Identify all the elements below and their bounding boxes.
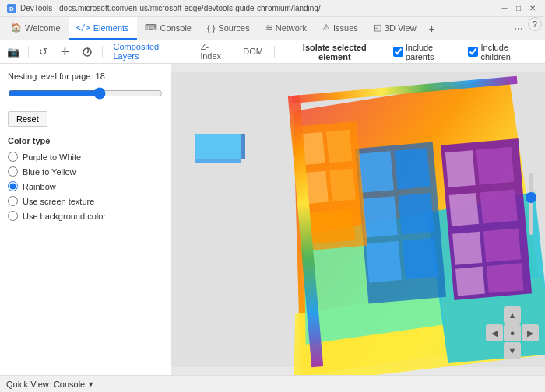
svg-rect-22	[394, 148, 430, 189]
help-button[interactable]: ?	[528, 17, 542, 31]
nav-arrow-empty-3	[486, 342, 503, 359]
tab-console[interactable]: ⌨ Console	[137, 17, 199, 40]
tab-console-label: Console	[160, 23, 192, 33]
radio-rainbow[interactable]: Rainbow	[8, 181, 163, 191]
radio-purple-white-input[interactable]	[8, 152, 18, 162]
pan-icon[interactable]: ✛	[57, 44, 74, 61]
devtools-icon: D	[6, 3, 17, 14]
include-children-label[interactable]: Include children	[468, 43, 540, 61]
color-type-title: Color type	[8, 136, 163, 145]
svg-rect-15	[480, 190, 518, 224]
add-tab-button[interactable]: +	[424, 17, 440, 40]
include-children-checkbox[interactable]	[468, 47, 478, 57]
console-icon: ⌨	[145, 23, 157, 33]
issues-icon: ⚠	[322, 23, 330, 33]
3d-view-panel[interactable]: ▲ ◀ ● ▶ ▼	[171, 64, 545, 375]
nav-arrow-empty-4	[522, 342, 539, 359]
nav-arrow-empty-2	[522, 306, 539, 324]
svg-rect-31	[329, 169, 355, 201]
svg-rect-21	[358, 151, 394, 192]
tab-issues[interactable]: ⚠ Issues	[315, 17, 366, 40]
reset-button[interactable]: Reset	[8, 111, 47, 127]
tab-3dview[interactable]: ◱ 3D View	[366, 17, 424, 40]
svg-rect-26	[403, 238, 438, 279]
tab-welcome-label: Welcome	[25, 23, 61, 33]
quickview-label[interactable]: Quick View: Console ▼	[6, 380, 94, 389]
close-button[interactable]: ✕	[526, 2, 539, 15]
toolbar: 📷 ↺ ✛ Composited Layers Z-index DOM Isol…	[0, 40, 545, 64]
quickview-arrow-icon: ▼	[87, 380, 94, 388]
screenshot-icon[interactable]: 📷	[5, 44, 22, 61]
svg-text:D: D	[9, 5, 14, 12]
tab-network[interactable]: ≋ Network	[258, 17, 315, 40]
toolbar-tab-dom[interactable]: DOM	[238, 44, 268, 61]
radio-blue-yellow-input[interactable]	[8, 166, 18, 177]
include-parents-checkbox[interactable]	[393, 47, 403, 57]
tab-network-label: Network	[276, 23, 307, 33]
titlebar-controls: ─ □ ✕	[498, 2, 539, 15]
left-panel: Nesting level for page: 18 Reset Color t…	[0, 64, 171, 375]
toolbar-divider-2	[102, 46, 103, 58]
svg-rect-23	[362, 196, 398, 237]
nav-arrow-down[interactable]: ▼	[504, 342, 521, 359]
tab-welcome[interactable]: 🏠 Welcome	[3, 17, 69, 40]
titlebar-left: D DevTools - docs.microsoft.com/en-us/mi…	[6, 3, 321, 14]
radio-background-color-input[interactable]	[8, 211, 18, 221]
radio-blue-yellow[interactable]: Blue to Yellow	[8, 166, 163, 177]
svg-rect-25	[366, 241, 402, 282]
radio-screen-texture-input[interactable]	[8, 196, 18, 206]
vertical-slider-container	[529, 173, 533, 266]
svg-rect-5	[195, 159, 241, 163]
svg-rect-6	[241, 134, 245, 159]
svg-rect-13	[476, 147, 515, 185]
nav-arrow-left[interactable]: ◀	[486, 324, 503, 341]
tab-elements[interactable]: </> Elements	[69, 17, 137, 40]
network-icon: ≋	[265, 23, 272, 33]
radio-rainbow-input[interactable]	[8, 181, 18, 191]
sources-icon: { }	[207, 23, 215, 33]
nav-arrow-center[interactable]: ●	[504, 324, 521, 341]
nesting-level-label: Nesting level for page: 18	[8, 72, 163, 81]
svg-rect-18	[455, 267, 485, 296]
bottombar: Quick View: Console ▼	[0, 375, 545, 392]
svg-rect-17	[483, 228, 521, 262]
radio-screen-texture[interactable]: Use screen texture	[8, 196, 163, 206]
svg-rect-32	[306, 209, 355, 244]
radio-background-color[interactable]: Use background color	[8, 211, 163, 221]
toolbar-divider-3	[274, 46, 275, 58]
nav-arrows: ▲ ◀ ● ▶ ▼	[486, 306, 539, 359]
tab-sources-label: Sources	[218, 23, 249, 33]
tab-3dview-label: 3D View	[385, 23, 417, 33]
nav-arrow-up[interactable]: ▲	[504, 306, 521, 324]
svg-rect-24	[398, 193, 434, 234]
color-type-group: Purple to White Blue to Yellow Rainbow U…	[8, 152, 163, 221]
nav-arrow-right[interactable]: ▶	[522, 324, 539, 341]
titlebar: D DevTools - docs.microsoft.com/en-us/mi…	[0, 0, 545, 17]
viz-container: ▲ ◀ ● ▶ ▼	[171, 64, 545, 375]
rotate-icon[interactable]	[79, 44, 96, 61]
main-content: Nesting level for page: 18 Reset Color t…	[0, 64, 545, 375]
include-parents-label[interactable]: Include parents	[393, 43, 464, 61]
svg-rect-19	[487, 263, 524, 293]
elements-icon: </>	[76, 23, 90, 32]
more-tabs-button[interactable]: ⋯	[509, 17, 528, 40]
vertical-slider-thumb[interactable]	[526, 192, 536, 203]
minimize-button[interactable]: ─	[498, 2, 511, 15]
nav-arrow-empty-1	[486, 306, 503, 324]
3dview-icon: ◱	[374, 23, 382, 33]
svg-rect-14	[449, 193, 479, 226]
toolbar-tab-composited[interactable]: Composited Layers	[109, 39, 192, 65]
vertical-slider-track	[529, 173, 533, 235]
maximize-button[interactable]: □	[512, 2, 525, 15]
toolbar-tab-zindex[interactable]: Z-index	[196, 39, 234, 65]
radio-purple-white[interactable]: Purple to White	[8, 152, 163, 162]
tab-issues-label: Issues	[333, 23, 358, 33]
refresh-icon[interactable]: ↺	[35, 44, 52, 61]
nesting-slider[interactable]	[8, 87, 163, 100]
tab-sources[interactable]: { } Sources	[199, 17, 258, 40]
svg-rect-16	[452, 232, 482, 265]
tabbar: 🏠 Welcome </> Elements ⌨ Console { } Sou…	[0, 17, 545, 40]
svg-rect-4	[195, 134, 241, 159]
isolate-button[interactable]: Isolate selected element	[281, 41, 389, 63]
svg-rect-12	[445, 150, 476, 187]
